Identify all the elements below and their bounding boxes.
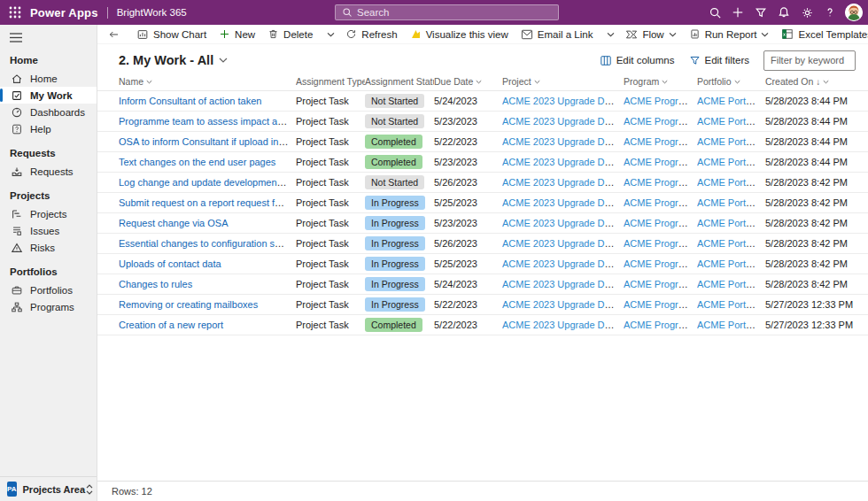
portfolio-link[interactable]: ACME Portfolio [697, 136, 763, 147]
project-link[interactable]: ACME 2023 Upgrade Deliverable [502, 96, 624, 106]
hamburger-menu-icon[interactable] [10, 33, 22, 42]
sidebar-item-risks[interactable]: Risks [0, 239, 97, 256]
run-report-button[interactable]: Run Report [683, 25, 776, 44]
email-link-button[interactable]: Email a Link [515, 25, 600, 44]
flow-button[interactable]: Flow [619, 25, 682, 44]
table-row[interactable]: Request change via OSA Project Task In P… [97, 213, 868, 234]
project-link[interactable]: ACME 2023 Upgrade Deliverable [502, 299, 624, 310]
program-link[interactable]: ACME Program [624, 116, 692, 127]
program-link[interactable]: ACME Program [624, 320, 692, 330]
project-link[interactable]: ACME 2023 Upgrade Deliverable [502, 279, 624, 289]
portfolio-link[interactable]: ACME Portfolio [697, 197, 763, 208]
user-avatar[interactable] [845, 4, 863, 21]
notifications-icon[interactable] [772, 0, 795, 25]
program-link[interactable]: ACME Program [624, 136, 692, 147]
column-header-assignment-status[interactable]: Assignment Status [365, 76, 434, 87]
task-name-link[interactable]: Creation of a new report [119, 320, 223, 330]
environment-name[interactable]: BrightWork 365 [117, 7, 187, 18]
task-name-link[interactable]: Uploads of contact data [119, 258, 221, 269]
portfolio-link[interactable]: ACME Portfolio [697, 299, 763, 310]
sidebar-item-programs[interactable]: Programs [0, 298, 97, 315]
portfolio-link[interactable]: ACME Portfolio [697, 96, 763, 106]
table-row[interactable]: Programme team to assess impact and repo… [97, 112, 868, 132]
project-link[interactable]: ACME 2023 Upgrade Deliverable [502, 218, 624, 228]
portfolio-link[interactable]: ACME Portfolio [697, 320, 763, 330]
program-link[interactable]: ACME Program [624, 157, 692, 167]
column-header-program[interactable]: Program [624, 76, 697, 87]
program-link[interactable]: ACME Program [624, 197, 692, 208]
portfolio-link[interactable]: ACME Portfolio [697, 258, 763, 269]
task-name-link[interactable]: Log change and update development site [119, 177, 296, 188]
task-name-link[interactable]: OSA to inform Consultant if upload invol… [119, 136, 296, 147]
portfolio-link[interactable]: ACME Portfolio [697, 116, 763, 127]
program-link[interactable]: ACME Program [624, 96, 692, 106]
sidebar-item-help[interactable]: Help [0, 120, 97, 137]
filter-icon[interactable] [749, 0, 772, 25]
sidebar-item-requests[interactable]: Requests [0, 163, 97, 180]
global-search-box[interactable]: Search [335, 4, 559, 20]
excel-templates-button[interactable]: Excel Templates [775, 25, 868, 44]
sidebar-item-issues[interactable]: Issues [0, 222, 97, 239]
view-selector[interactable]: 2. My Work - All [119, 53, 228, 67]
portfolio-link[interactable]: ACME Portfolio [697, 177, 763, 188]
program-link[interactable]: ACME Program [624, 299, 692, 310]
task-name-link[interactable]: Inform Consultant of action taken [119, 96, 261, 106]
task-name-link[interactable]: Essential changes to configuration setti… [119, 238, 296, 249]
delete-dropdown-chevron[interactable] [322, 25, 339, 44]
sidebar-item-my-work[interactable]: My Work [0, 87, 97, 104]
table-row[interactable]: Removing or creating mailboxes Project T… [97, 295, 868, 315]
back-button[interactable] [101, 25, 127, 44]
column-header-project[interactable]: Project [502, 76, 624, 87]
edit-columns-button[interactable]: Edit columns [600, 55, 675, 66]
program-link[interactable]: ACME Program [624, 279, 692, 289]
program-link[interactable]: ACME Program [624, 238, 692, 249]
task-name-link[interactable]: Programme team to assess impact and repo… [119, 116, 296, 127]
portfolio-link[interactable]: ACME Portfolio [697, 218, 763, 228]
table-row[interactable]: OSA to inform Consultant if upload invol… [97, 132, 868, 152]
keyword-filter-input[interactable] [763, 50, 856, 71]
task-name-link[interactable]: Submit request on a report request form [119, 197, 291, 208]
project-link[interactable]: ACME 2023 Upgrade Deliverable [502, 197, 624, 208]
project-link[interactable]: ACME 2023 Upgrade Deliverable [502, 320, 624, 330]
help-icon[interactable] [818, 0, 841, 25]
project-link[interactable]: ACME 2023 Upgrade Deliverable [502, 136, 624, 147]
table-row[interactable]: Changes to rules Project Task In Progres… [97, 274, 868, 295]
new-button[interactable]: New [213, 25, 261, 44]
add-icon[interactable] [726, 0, 749, 25]
task-name-link[interactable]: Request change via OSA [119, 218, 229, 228]
table-row[interactable]: Essential changes to configuration setti… [97, 234, 868, 254]
area-switcher[interactable]: PA Projects Area [0, 476, 97, 501]
table-row[interactable]: Creation of a new report Project Task Co… [97, 315, 868, 335]
column-header-created-on[interactable]: Created On↓ [765, 76, 868, 87]
sidebar-item-projects[interactable]: Projects [0, 205, 97, 222]
portfolio-link[interactable]: ACME Portfolio [697, 279, 763, 289]
edit-filters-button[interactable]: Edit filters [689, 55, 750, 66]
sidebar-item-dashboards[interactable]: Dashboards [0, 104, 97, 120]
table-row[interactable]: Text changes on the end user pages Proje… [97, 152, 868, 173]
sidebar-item-home[interactable]: Home [0, 70, 97, 87]
project-link[interactable]: ACME 2023 Upgrade Deliverable [502, 116, 624, 127]
program-link[interactable]: ACME Program [624, 258, 692, 269]
table-row[interactable]: Inform Consultant of action taken Projec… [97, 91, 868, 112]
sidebar-item-portfolios[interactable]: Portfolios [0, 281, 97, 298]
table-row[interactable]: Uploads of contact data Project Task In … [97, 254, 868, 274]
email-link-dropdown-chevron[interactable] [602, 25, 619, 44]
project-link[interactable]: ACME 2023 Upgrade Deliverable [502, 258, 624, 269]
visualize-view-button[interactable]: Visualize this view [404, 25, 515, 44]
task-name-link[interactable]: Changes to rules [119, 279, 192, 289]
program-link[interactable]: ACME Program [624, 177, 692, 188]
project-link[interactable]: ACME 2023 Upgrade Deliverable [502, 238, 624, 249]
settings-gear-icon[interactable] [795, 0, 818, 25]
column-header-name[interactable]: Name [119, 76, 296, 87]
waffle-menu-icon[interactable] [0, 0, 30, 25]
table-row[interactable]: Log change and update development site P… [97, 173, 868, 193]
delete-button[interactable]: Delete [261, 25, 319, 44]
project-link[interactable]: ACME 2023 Upgrade Deliverable [502, 157, 624, 167]
column-header-due-date[interactable]: Due Date [434, 76, 502, 87]
task-name-link[interactable]: Text changes on the end user pages [119, 157, 275, 167]
portfolio-link[interactable]: ACME Portfolio [697, 238, 763, 249]
table-row[interactable]: Submit request on a report request form … [97, 193, 868, 213]
refresh-button[interactable]: Refresh [339, 25, 403, 44]
portfolio-link[interactable]: ACME Portfolio [697, 157, 763, 167]
task-name-link[interactable]: Removing or creating mailboxes [119, 299, 258, 310]
